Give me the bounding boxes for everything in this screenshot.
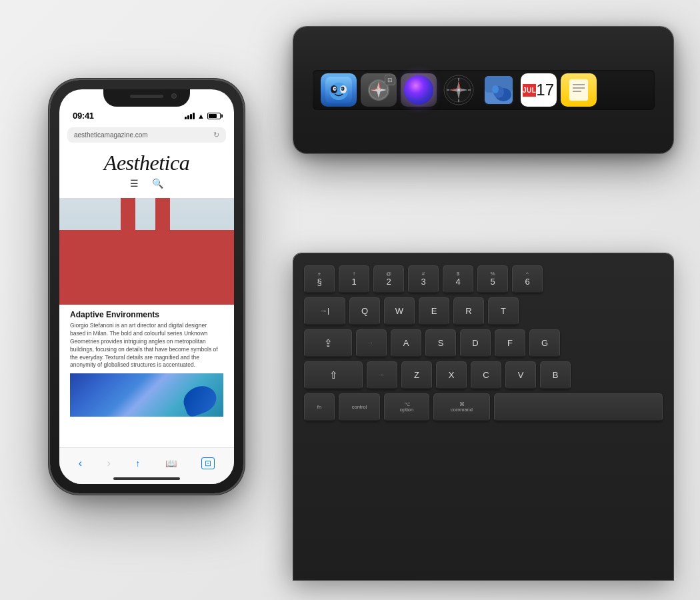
touchbar-notes-icon[interactable] bbox=[561, 73, 597, 107]
key-b[interactable]: B bbox=[540, 361, 571, 389]
key-capslock[interactable]: ⇪ bbox=[304, 329, 352, 357]
key-e[interactable]: E bbox=[419, 297, 449, 325]
iphone-notch bbox=[103, 89, 190, 107]
key-q[interactable]: Q bbox=[349, 297, 380, 325]
forward-button[interactable]: › bbox=[107, 457, 111, 469]
article-content: Adaptive Environments Giorgio Stefanoni … bbox=[59, 305, 234, 422]
svg-rect-32 bbox=[569, 79, 588, 101]
key-control[interactable]: control bbox=[339, 393, 380, 421]
touchbar-safari-icon[interactable] bbox=[441, 73, 477, 107]
nav-menu-icon[interactable]: ☰ bbox=[130, 178, 139, 189]
key-main: § bbox=[317, 277, 321, 287]
share-button[interactable]: ↑ bbox=[135, 458, 140, 469]
svg-point-25 bbox=[457, 89, 460, 91]
touchbar-siri-icon[interactable] bbox=[401, 73, 437, 107]
calendar-month: JUL bbox=[523, 84, 536, 97]
touchbar-calendar-icon[interactable]: JUL 17 bbox=[521, 73, 557, 107]
wifi-icon: ▲ bbox=[197, 112, 205, 120]
key-f[interactable]: F bbox=[495, 329, 525, 357]
touchbar-photos-icon[interactable] bbox=[481, 73, 517, 107]
key-4[interactable]: $ 4 bbox=[443, 265, 473, 293]
key-z[interactable]: Z bbox=[401, 361, 432, 389]
key-symbol: ! bbox=[353, 271, 355, 277]
key-tilde[interactable]: ~ bbox=[367, 361, 397, 389]
address-bar[interactable]: aestheticamagazine.com ↻ bbox=[67, 127, 226, 143]
key-main: →| bbox=[320, 307, 329, 315]
key-main: ⇪ bbox=[324, 337, 333, 349]
chimney-left bbox=[121, 198, 135, 230]
key-row-numbers: ± § ! 1 @ 2 # 3 $ 4 bbox=[304, 265, 663, 293]
key-main: Q bbox=[361, 306, 368, 317]
signal-icon bbox=[185, 113, 195, 119]
touchbar-finder-icon[interactable] bbox=[321, 73, 357, 107]
key-section[interactable]: ± § bbox=[304, 265, 335, 293]
key-c[interactable]: C bbox=[471, 361, 501, 389]
address-text: aestheticamagazine.com bbox=[74, 131, 148, 139]
key-x[interactable]: X bbox=[436, 361, 467, 389]
svg-point-7 bbox=[341, 88, 343, 90]
key-main: R bbox=[465, 306, 471, 317]
key-option[interactable]: ⌥ option bbox=[384, 393, 429, 421]
key-label: control bbox=[352, 405, 367, 410]
key-main: E bbox=[431, 306, 437, 317]
key-5[interactable]: % 5 bbox=[477, 265, 508, 293]
key-main: X bbox=[449, 370, 455, 381]
svg-point-6 bbox=[334, 88, 336, 90]
key-tab[interactable]: →| bbox=[304, 297, 345, 325]
key-main: 1 bbox=[351, 277, 356, 287]
site-header: Aesthetica ☰ 🔍 bbox=[59, 145, 234, 198]
key-main: 3 bbox=[421, 277, 425, 287]
keyboard: ± § ! 1 @ 2 # 3 $ 4 bbox=[293, 253, 673, 580]
key-s[interactable]: S bbox=[425, 329, 456, 357]
iphone-screen: 09:41 ▲ aestheticamagazine.com ↻ bbox=[59, 89, 234, 484]
key-main: B bbox=[553, 370, 559, 381]
key-symbol: ^ bbox=[526, 271, 529, 277]
key-a[interactable]: A bbox=[391, 329, 421, 357]
bookmarks-button[interactable]: 📖 bbox=[165, 458, 177, 469]
scene: 09:41 ▲ aestheticamagazine.com ↻ bbox=[0, 0, 700, 600]
key-dot[interactable]: · bbox=[356, 329, 387, 357]
key-main: W bbox=[395, 306, 403, 317]
key-main: 4 bbox=[455, 277, 460, 287]
keyboard-container: ± § ! 1 @ 2 # 3 $ 4 bbox=[293, 253, 673, 580]
article-image bbox=[70, 373, 223, 417]
back-button[interactable]: ‹ bbox=[79, 457, 82, 469]
key-r[interactable]: R bbox=[453, 297, 484, 325]
key-v[interactable]: V bbox=[505, 361, 536, 389]
key-shift-left[interactable]: ⇧ bbox=[304, 361, 363, 389]
building-facade bbox=[59, 230, 234, 305]
touchbar: ⊡ bbox=[293, 27, 673, 153]
status-icons: ▲ bbox=[185, 112, 221, 120]
key-1[interactable]: ! 1 bbox=[339, 265, 369, 293]
key-command[interactable]: ⌘ command bbox=[433, 393, 490, 421]
key-fn[interactable]: fn bbox=[304, 393, 335, 421]
key-symbol: ~ bbox=[381, 373, 384, 378]
chimney-right bbox=[155, 198, 170, 230]
key-3[interactable]: # 3 bbox=[408, 265, 439, 293]
key-d[interactable]: D bbox=[460, 329, 491, 357]
site-title: Aesthetica bbox=[70, 151, 223, 175]
key-t[interactable]: T bbox=[488, 297, 519, 325]
bird-shape bbox=[180, 382, 221, 417]
touchbar-safari-badge-icon[interactable]: ⊡ bbox=[361, 73, 397, 107]
nav-search-icon[interactable]: 🔍 bbox=[152, 178, 163, 189]
key-6[interactable]: ^ 6 bbox=[512, 265, 543, 293]
key-main: F bbox=[507, 338, 513, 349]
key-w[interactable]: W bbox=[384, 297, 415, 325]
touchbar-container: ⊡ bbox=[293, 27, 673, 153]
key-label: fn bbox=[317, 405, 321, 410]
site-nav: ☰ 🔍 bbox=[70, 175, 223, 194]
svg-point-31 bbox=[492, 85, 499, 93]
key-symbol: @ bbox=[386, 271, 391, 277]
key-symbol: % bbox=[490, 271, 495, 277]
key-main: S bbox=[438, 338, 444, 349]
siri-orb bbox=[404, 75, 433, 105]
key-symbol: # bbox=[422, 271, 425, 277]
key-2[interactable]: @ 2 bbox=[373, 265, 404, 293]
key-g[interactable]: G bbox=[529, 329, 560, 357]
key-space[interactable] bbox=[494, 393, 663, 421]
key-main: A bbox=[403, 338, 409, 349]
tabs-button[interactable]: ⊡ bbox=[201, 457, 215, 469]
refresh-icon[interactable]: ↻ bbox=[213, 131, 219, 139]
key-main: 2 bbox=[386, 277, 391, 287]
